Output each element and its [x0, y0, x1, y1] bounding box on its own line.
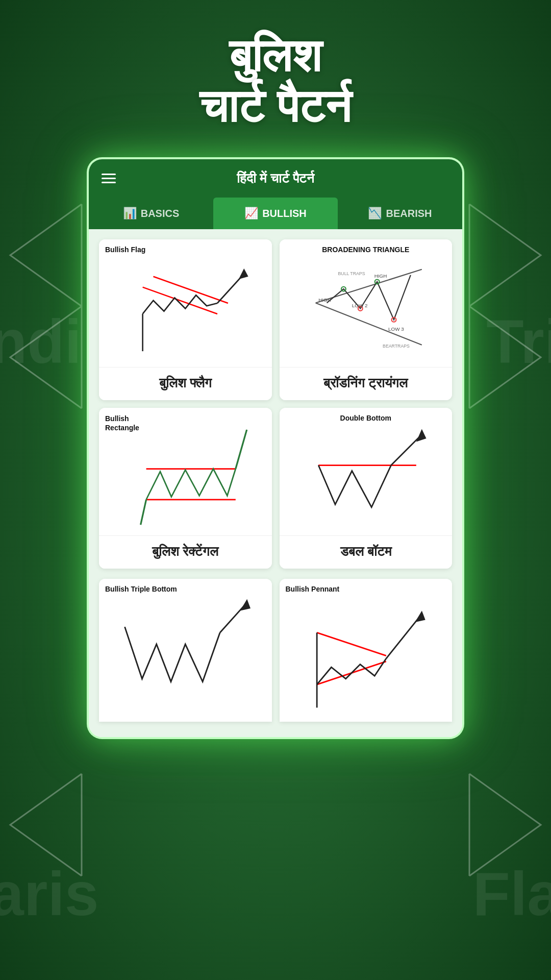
- svg-text:HIGH: HIGH: [318, 297, 331, 303]
- svg-line-30: [317, 632, 386, 655]
- chart-en-title-double-bottom: Double Bottom: [340, 414, 391, 423]
- tab-basics-label: BASICS: [141, 208, 180, 219]
- tab-basics[interactable]: 📊 BASICS: [89, 198, 213, 229]
- tab-bar: 📊 BASICS 📈 BULLISH 📉 BEARISH: [89, 198, 462, 229]
- chart-en-title-flag: Bullish Flag: [105, 246, 145, 254]
- svg-line-5: [154, 277, 228, 303]
- svg-marker-33: [415, 610, 425, 622]
- basics-icon: 📊: [123, 207, 137, 220]
- bearish-icon: 📉: [368, 207, 382, 220]
- phone-frame: हिंदी में चार्ट पैटर्न 📊 BASICS 📈 BULLIS…: [87, 157, 464, 739]
- svg-text:BULL TRAPS: BULL TRAPS: [338, 271, 365, 276]
- app-header-title: हिंदी में चार्ट पैटर्न: [237, 170, 314, 186]
- tab-bullish-label: BULLISH: [262, 208, 307, 219]
- card-bullish-pennant[interactable]: Bullish Pennant: [280, 579, 453, 722]
- card-triple-bottom[interactable]: Bullish Triple Bottom: [99, 579, 272, 722]
- chart-en-title-rectangle: BullishRectangle: [105, 414, 139, 432]
- card-double-bottom[interactable]: Double Bottom डबल बॉटम: [280, 408, 453, 569]
- card-broadening-triangle[interactable]: BROADENING TRIANGLE H: [280, 239, 453, 400]
- chart-en-title-triple-bottom: Bullish Triple Bottom: [105, 585, 177, 594]
- svg-line-26: [391, 434, 421, 465]
- page-title: बुलिश चार्ट पैटर्न: [199, 31, 351, 132]
- bg-decoration-bottom-left: aris: [0, 859, 99, 929]
- tab-bullish[interactable]: 📈 BULLISH: [213, 198, 338, 229]
- bottom-bg: [89, 722, 462, 737]
- chart-double-bottom: Double Bottom: [280, 408, 453, 535]
- chart-bullish-flag: Bullish Flag: [99, 239, 272, 367]
- svg-marker-29: [240, 599, 251, 611]
- chart-en-title-broadening: BROADENING TRIANGLE: [322, 246, 409, 254]
- chart-rectangle: BullishRectangle: [99, 408, 272, 535]
- svg-text:LOW 3: LOW 3: [388, 326, 404, 332]
- card-label-flag: बुलिश फ्लैग: [99, 367, 272, 400]
- bg-decoration-bottom-right: Fla: [473, 859, 551, 929]
- app-header: हिंदी में चार्ट पैटर्न: [89, 159, 462, 198]
- card-label-rectangle: बुलिश रेक्टेंगल: [99, 535, 272, 569]
- svg-text:BEARTRAPS: BEARTRAPS: [383, 344, 410, 349]
- svg-line-10: [315, 303, 421, 345]
- svg-marker-27: [416, 429, 426, 442]
- card-bullish-rectangle[interactable]: BullishRectangle बुलिश रेक्टेंग: [99, 408, 272, 569]
- chart-triple-bottom: Bullish Triple Bottom: [99, 579, 272, 722]
- svg-text:HIGH: HIGH: [374, 273, 387, 279]
- svg-marker-8: [239, 268, 248, 279]
- chart-broadening: BROADENING TRIANGLE H: [280, 239, 453, 367]
- card-label-broadening: ब्रॉडनिंग ट्रायंगल: [280, 367, 453, 400]
- card-label-double-bottom: डबल बॉटम: [280, 535, 453, 569]
- hamburger-menu[interactable]: [102, 174, 116, 183]
- svg-text:LOW 2: LOW 2: [352, 303, 367, 308]
- patterns-grid-partial: Bullish Triple Bottom Bullish Pennant: [89, 579, 462, 722]
- chart-en-title-pennant: Bullish Pennant: [286, 585, 340, 594]
- card-bullish-flag[interactable]: Bullish Flag बुलिश फ्लैग: [99, 239, 272, 400]
- svg-line-23: [236, 430, 247, 469]
- tab-bearish-label: BEARISH: [386, 208, 432, 219]
- bullish-icon: 📈: [244, 207, 258, 220]
- svg-line-24: [141, 500, 146, 525]
- tab-bearish[interactable]: 📉 BEARISH: [338, 198, 462, 229]
- chart-bullish-pennant: Bullish Pennant: [280, 579, 453, 722]
- patterns-grid: Bullish Flag बुलिश फ्लैग: [89, 229, 462, 579]
